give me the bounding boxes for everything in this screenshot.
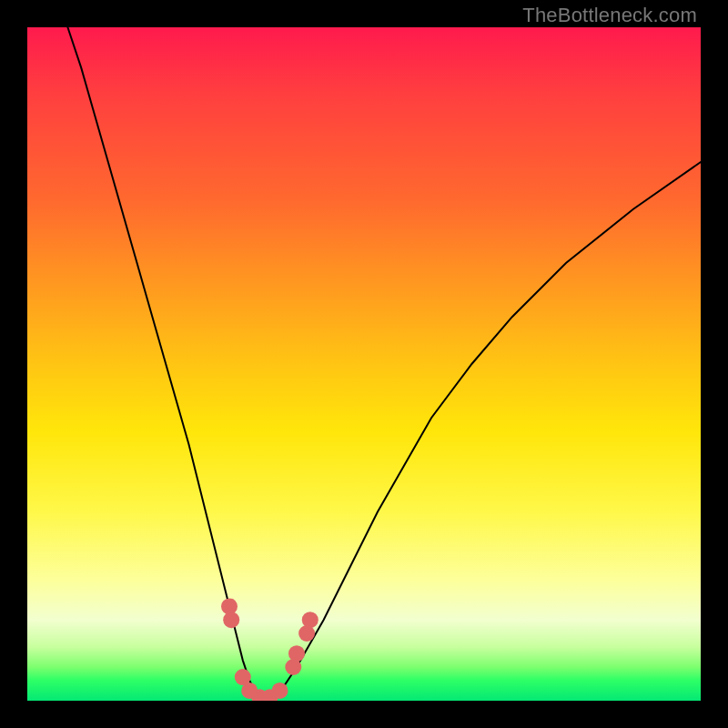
chart-frame: TheBottleneck.com [0, 0, 728, 728]
watermark-text: TheBottleneck.com [522, 4, 697, 27]
data-marker [288, 645, 305, 662]
data-marker [223, 612, 239, 628]
data-marker [272, 682, 288, 699]
data-marker [302, 612, 318, 628]
valley-markers [221, 598, 318, 701]
bottleneck-curve [67, 27, 701, 701]
curve-svg [27, 27, 701, 701]
plot-area [27, 27, 701, 701]
